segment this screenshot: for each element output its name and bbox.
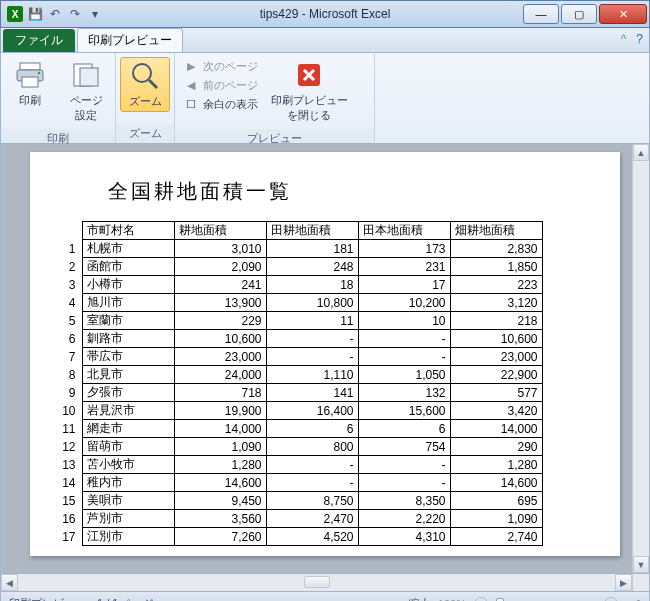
zoom-button[interactable]: ズーム bbox=[120, 57, 170, 112]
cell-value: 23,000 bbox=[174, 348, 266, 366]
cell-value: 4,310 bbox=[358, 528, 450, 546]
cell-name: 夕張市 bbox=[82, 384, 174, 402]
row-number: 7 bbox=[58, 348, 82, 366]
table-header: 畑耕地面積 bbox=[450, 222, 542, 240]
cell-value: 800 bbox=[266, 438, 358, 456]
undo-icon[interactable]: ↶ bbox=[47, 6, 63, 22]
table-row: 4 旭川市 13,900 10,800 10,200 3,120 bbox=[58, 294, 542, 312]
cell-value: 19,900 bbox=[174, 402, 266, 420]
scroll-left-arrow-icon[interactable]: ◀ bbox=[1, 574, 18, 591]
table-row: 17 江別市 7,260 4,520 4,310 2,740 bbox=[58, 528, 542, 546]
close-preview-button[interactable]: 印刷プレビュー を閉じる bbox=[272, 57, 346, 125]
cell-value: 290 bbox=[450, 438, 542, 456]
cell-value: 248 bbox=[266, 258, 358, 276]
cell-value: 8,350 bbox=[358, 492, 450, 510]
row-number: 11 bbox=[58, 420, 82, 438]
minimize-button[interactable]: — bbox=[523, 4, 559, 24]
scroll-grip[interactable] bbox=[304, 576, 330, 588]
printer-icon bbox=[14, 59, 46, 91]
table-header: 田本地面積 bbox=[358, 222, 450, 240]
next-page-icon: ▶ bbox=[183, 58, 199, 74]
help-icon[interactable]: ? bbox=[636, 32, 643, 46]
file-tab[interactable]: ファイル bbox=[3, 29, 75, 52]
zoom-label: 縮小 bbox=[408, 596, 430, 601]
table-row: 3 小樽市 241 18 17 223 bbox=[58, 276, 542, 294]
close-preview-label: 印刷プレビュー を閉じる bbox=[271, 93, 348, 123]
cell-name: 江別市 bbox=[82, 528, 174, 546]
zoom-slider-thumb[interactable] bbox=[496, 598, 504, 602]
row-number: 5 bbox=[58, 312, 82, 330]
table-row: 12 留萌市 1,090 800 754 290 bbox=[58, 438, 542, 456]
maximize-button[interactable]: ▢ bbox=[561, 4, 597, 24]
zoom-in-button[interactable]: + bbox=[604, 597, 618, 602]
cell-value: 754 bbox=[358, 438, 450, 456]
scroll-up-arrow-icon[interactable]: ▲ bbox=[633, 144, 649, 161]
cell-value: - bbox=[266, 474, 358, 492]
cell-value: 15,600 bbox=[358, 402, 450, 420]
ribbon-group-zoom: ズーム ズーム bbox=[116, 53, 175, 143]
save-icon[interactable]: 💾 bbox=[27, 6, 43, 22]
preview-nav-stack: ▶ 次のページ ◀ 前のページ ☐ 余白の表示 bbox=[179, 57, 262, 113]
table-row: 1 札幌市 3,010 181 173 2,830 bbox=[58, 240, 542, 258]
fit-page-icon[interactable]: ⤢ bbox=[632, 597, 641, 601]
zoom-button-label: ズーム bbox=[129, 94, 162, 109]
cell-value: 2,470 bbox=[266, 510, 358, 528]
cell-value: 231 bbox=[358, 258, 450, 276]
prev-page-button: ◀ 前のページ bbox=[179, 76, 262, 94]
scroll-down-arrow-icon[interactable]: ▼ bbox=[633, 556, 649, 573]
cell-value: 10,200 bbox=[358, 294, 450, 312]
tab-print-preview[interactable]: 印刷プレビュー bbox=[77, 28, 183, 52]
cell-value: 1,280 bbox=[174, 456, 266, 474]
cell-value: 2,220 bbox=[358, 510, 450, 528]
table-row: 11 網走市 14,000 6 6 14,000 bbox=[58, 420, 542, 438]
cell-value: 218 bbox=[450, 312, 542, 330]
prev-page-icon: ◀ bbox=[183, 77, 199, 93]
cell-value: 241 bbox=[174, 276, 266, 294]
redo-icon[interactable]: ↷ bbox=[67, 6, 83, 22]
row-number: 3 bbox=[58, 276, 82, 294]
vertical-scrollbar[interactable]: ▲ ▼ bbox=[632, 144, 649, 573]
minimize-ribbon-icon[interactable]: ^ bbox=[621, 32, 627, 46]
print-preview-viewport[interactable]: 全国耕地面積一覧 市町村名耕地面積田耕地面積田本地面積畑耕地面積 1 札幌市 3… bbox=[0, 144, 650, 574]
ribbon-group-zoom-label: ズーム bbox=[116, 124, 174, 143]
qat-customize-icon[interactable]: ▾ bbox=[87, 6, 103, 22]
cell-name: 釧路市 bbox=[82, 330, 174, 348]
cell-value: 577 bbox=[450, 384, 542, 402]
zoom-out-button[interactable]: − bbox=[474, 597, 488, 602]
print-button[interactable]: 印刷 bbox=[5, 57, 55, 110]
scroll-right-arrow-icon[interactable]: ▶ bbox=[615, 574, 632, 591]
zoom-percent: 100% bbox=[438, 598, 466, 602]
cell-value: 3,120 bbox=[450, 294, 542, 312]
table-row: 10 岩見沢市 19,900 16,400 15,600 3,420 bbox=[58, 402, 542, 420]
cell-value: 10 bbox=[358, 312, 450, 330]
table-header: 市町村名 bbox=[82, 222, 174, 240]
excel-app-icon[interactable]: X bbox=[7, 6, 23, 22]
cell-value: - bbox=[358, 474, 450, 492]
table-row: 7 帯広市 23,000 - - 23,000 bbox=[58, 348, 542, 366]
cell-value: 13,900 bbox=[174, 294, 266, 312]
row-number: 9 bbox=[58, 384, 82, 402]
page-setup-button[interactable]: ページ 設定 bbox=[61, 57, 111, 125]
ribbon-group-print: 印刷 ページ 設定 印刷 bbox=[1, 53, 116, 143]
cell-value: 173 bbox=[358, 240, 450, 258]
cell-name: 函館市 bbox=[82, 258, 174, 276]
svg-point-3 bbox=[38, 72, 41, 75]
cell-name: 留萌市 bbox=[82, 438, 174, 456]
cell-value: 14,600 bbox=[450, 474, 542, 492]
cell-name: 旭川市 bbox=[82, 294, 174, 312]
cell-value: 1,850 bbox=[450, 258, 542, 276]
page-setup-label: ページ 設定 bbox=[70, 93, 103, 123]
cell-name: 稚内市 bbox=[82, 474, 174, 492]
close-button[interactable]: ✕ bbox=[599, 4, 647, 24]
cell-value: 132 bbox=[358, 384, 450, 402]
cell-name: 北見市 bbox=[82, 366, 174, 384]
cell-name: 美唄市 bbox=[82, 492, 174, 510]
cell-value: 181 bbox=[266, 240, 358, 258]
cell-value: 141 bbox=[266, 384, 358, 402]
show-margins-checkbox[interactable]: ☐ 余白の表示 bbox=[179, 95, 262, 113]
cell-value: 11 bbox=[266, 312, 358, 330]
cell-value: 6 bbox=[266, 420, 358, 438]
cell-value: 17 bbox=[358, 276, 450, 294]
cell-value: 14,600 bbox=[174, 474, 266, 492]
horizontal-scrollbar[interactable]: ◀ ▶ bbox=[1, 574, 632, 591]
